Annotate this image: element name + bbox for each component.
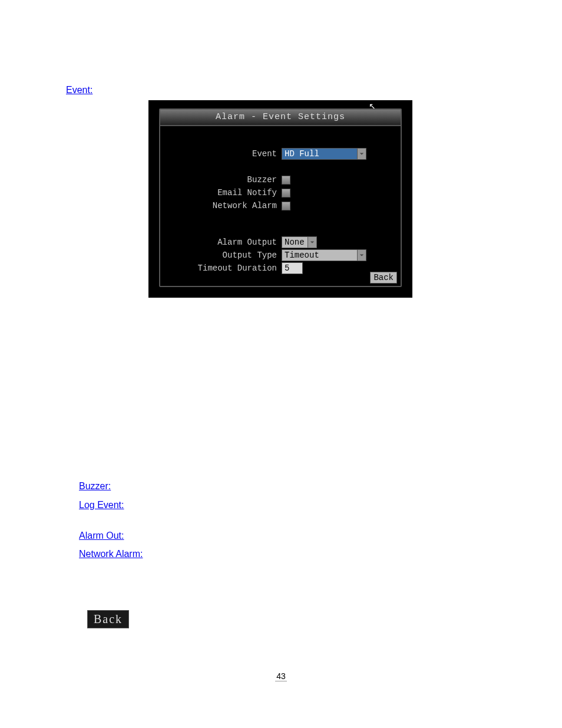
link-event[interactable]: Event:	[66, 85, 92, 95]
label-email: Email Notify	[166, 188, 282, 197]
output-type-select[interactable]: Timeout	[282, 249, 366, 261]
buzzer-checkbox[interactable]	[282, 176, 290, 185]
link-buzzer[interactable]: Buzzer:	[79, 481, 111, 492]
link-alarm-out[interactable]: Alarm Out:	[79, 531, 124, 541]
window-title: Alarm - Event Settings	[160, 110, 401, 126]
network-checkbox[interactable]	[282, 202, 290, 210]
alarm-output-value: None	[282, 238, 305, 247]
label-output-type: Output Type	[166, 251, 282, 260]
back-button-image: Back	[87, 610, 129, 628]
link-network-alarm[interactable]: Network Alarm:	[79, 549, 143, 559]
event-select[interactable]: HD Full	[282, 148, 366, 160]
dropdown-arrow-icon	[357, 149, 366, 159]
label-event: Event	[166, 149, 282, 159]
label-network: Network Alarm	[166, 201, 282, 210]
screenshot-outer: ↖ Alarm - Event Settings Event HD Full B…	[148, 100, 412, 298]
link-log-event[interactable]: Log Event:	[79, 500, 124, 510]
alarm-output-select[interactable]: None	[282, 236, 317, 248]
label-alarm-output: Alarm Output	[166, 238, 282, 247]
event-select-value: HD Full	[282, 149, 319, 159]
back-button[interactable]: Back	[370, 272, 397, 284]
email-checkbox[interactable]	[282, 189, 290, 197]
dropdown-arrow-icon	[357, 250, 366, 261]
page-number: 43	[0, 671, 562, 681]
dropdown-arrow-icon	[308, 237, 316, 248]
label-buzzer: Buzzer	[166, 175, 282, 185]
output-type-value: Timeout	[282, 251, 319, 260]
alarm-window: Alarm - Event Settings Event HD Full Buz…	[159, 108, 402, 287]
label-timeout: Timeout Duration	[166, 263, 282, 273]
timeout-input[interactable]: 5	[282, 262, 303, 274]
